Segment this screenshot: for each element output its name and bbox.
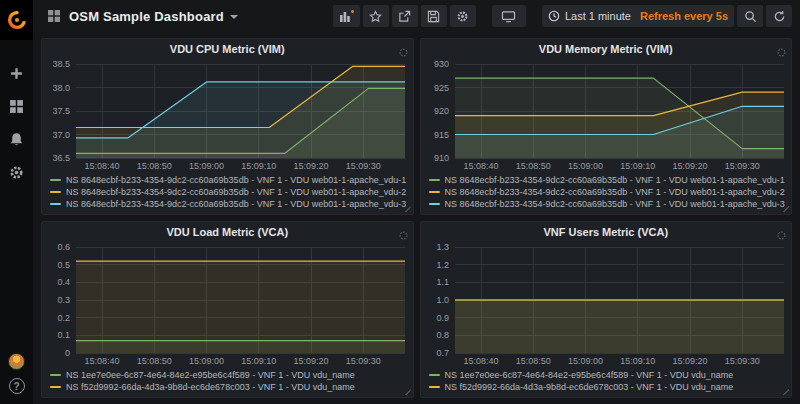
svg-text:15:09:30: 15:09:30	[346, 356, 381, 366]
legend-series-label: NS 8648ecbf-b233-4354-9dc2-cc60a69b35db …	[66, 175, 406, 185]
panel-loading-spinner	[777, 43, 786, 61]
svg-text:15:08:40: 15:08:40	[463, 356, 498, 366]
svg-text:925: 925	[433, 83, 448, 93]
chevron-down-icon	[230, 15, 238, 19]
svg-text:15:09:00: 15:09:00	[568, 356, 603, 366]
svg-text:0.5: 0.5	[57, 260, 70, 270]
top-navbar: OSM Sample Dashboard	[33, 0, 800, 32]
time-range-label: Last 1 minute	[565, 10, 631, 22]
create-plus-icon[interactable]	[6, 62, 28, 84]
panel-title[interactable]: VDU Load Metric (VCA)	[166, 226, 288, 238]
svg-text:36.5: 36.5	[52, 153, 70, 163]
time-series-chart[interactable]: 00.10.20.30.40.50.615:08:4015:08:5015:09…	[42, 242, 413, 368]
chart-legend: NS 8648ecbf-b233-4354-9dc2-cc60a69b35db …	[421, 173, 792, 214]
panel-header: VNF Users Metric (VCA)	[421, 222, 792, 242]
svg-text:15:08:40: 15:08:40	[463, 161, 498, 171]
legend-series-label: NS 1ee7e0ee-6c87-4e64-84e2-e95be6c4f589 …	[66, 370, 355, 380]
dashboard-grid: VDU CPU Metric (VIM) 36.537.037.538.038.…	[33, 32, 800, 404]
panel-title[interactable]: VDU Memory Metric (VIM)	[539, 43, 673, 55]
star-button[interactable]	[363, 5, 389, 27]
cycle-view-button[interactable]	[492, 5, 526, 27]
dashboards-grid-icon[interactable]	[6, 95, 28, 117]
svg-text:15:09:30: 15:09:30	[724, 161, 759, 171]
time-range-picker[interactable]: Last 1 minute Refresh every 5s	[542, 5, 734, 27]
dashboard-icon	[47, 9, 61, 23]
page-title: OSM Sample Dashboard	[69, 9, 224, 24]
refresh-button[interactable]	[766, 5, 792, 27]
svg-text:910: 910	[433, 153, 448, 163]
settings-button[interactable]	[450, 5, 476, 27]
svg-text:1.1: 1.1	[436, 277, 449, 287]
dashboard-title-dropdown[interactable]: OSM Sample Dashboard	[69, 9, 238, 24]
svg-text:15:09:30: 15:09:30	[724, 356, 759, 366]
legend-item[interactable]: NS 1ee7e0ee-6c87-4e64-84e2-e95be6c4f589 …	[50, 369, 407, 381]
svg-text:15:09:20: 15:09:20	[672, 161, 707, 171]
panel-loading-spinner	[399, 43, 408, 61]
svg-text:37.5: 37.5	[52, 106, 70, 116]
chart-legend: NS 1ee7e0ee-6c87-4e64-84e2-e95be6c4f589 …	[42, 368, 413, 397]
configuration-gear-icon[interactable]	[6, 161, 28, 183]
legend-item[interactable]: NS f52d9992-66da-4d3a-9b8d-ec6de678c003 …	[429, 381, 786, 393]
svg-text:15:09:00: 15:09:00	[189, 161, 224, 171]
panel-title[interactable]: VNF Users Metric (VCA)	[543, 226, 668, 238]
panel-loading-spinner	[777, 226, 786, 244]
svg-text:15:09:10: 15:09:10	[241, 161, 276, 171]
panel-vdu-memory-metric: VDU Memory Metric (VIM) 9109159209259301…	[420, 38, 793, 215]
svg-text:15:09:00: 15:09:00	[189, 356, 224, 366]
sidebar: ?	[0, 0, 33, 404]
legend-item[interactable]: NS 8648ecbf-b233-4354-9dc2-cc60a69b35db …	[50, 174, 407, 186]
chart-legend: NS 1ee7e0ee-6c87-4e64-84e2-e95be6c4f589 …	[421, 368, 792, 397]
svg-text:915: 915	[433, 130, 448, 140]
share-button[interactable]	[392, 5, 418, 27]
legend-series-swatch	[429, 386, 440, 388]
svg-text:0.3: 0.3	[57, 295, 70, 305]
svg-text:0: 0	[65, 348, 70, 358]
legend-series-label: NS 8648ecbf-b233-4354-9dc2-cc60a69b35db …	[445, 199, 785, 209]
clock-icon	[548, 10, 560, 22]
help-icon[interactable]: ?	[9, 378, 25, 394]
svg-text:920: 920	[433, 106, 448, 116]
legend-item[interactable]: NS 8648ecbf-b233-4354-9dc2-cc60a69b35db …	[429, 174, 786, 186]
legend-series-label: NS 8648ecbf-b233-4354-9dc2-cc60a69b35db …	[445, 175, 785, 185]
add-panel-button[interactable]	[333, 5, 360, 27]
legend-item[interactable]: NS 8648ecbf-b233-4354-9dc2-cc60a69b35db …	[50, 186, 407, 198]
time-series-chart[interactable]: 0.70.80.91.01.11.21.315:08:4015:08:5015:…	[421, 242, 792, 368]
zoom-out-button[interactable]	[737, 5, 763, 27]
svg-text:15:08:50: 15:08:50	[137, 161, 172, 171]
svg-text:15:09:10: 15:09:10	[620, 161, 655, 171]
panel-vnf-users-metric: VNF Users Metric (VCA) 0.70.80.91.01.11.…	[420, 221, 793, 398]
save-button[interactable]	[421, 5, 447, 27]
grafana-logo[interactable]	[0, 0, 33, 40]
svg-text:0.9: 0.9	[436, 313, 449, 323]
svg-text:0.2: 0.2	[57, 313, 70, 323]
legend-series-swatch	[429, 191, 440, 193]
user-avatar[interactable]	[8, 353, 25, 370]
svg-text:38.5: 38.5	[52, 59, 70, 69]
legend-item[interactable]: NS 8648ecbf-b233-4354-9dc2-cc60a69b35db …	[50, 198, 407, 210]
svg-text:1.3: 1.3	[436, 242, 449, 252]
svg-text:15:09:00: 15:09:00	[568, 161, 603, 171]
time-series-chart[interactable]: 36.537.037.538.038.515:08:4015:08:5015:0…	[42, 59, 413, 173]
alerting-bell-icon[interactable]	[6, 128, 28, 150]
svg-text:1.2: 1.2	[436, 260, 449, 270]
svg-text:15:08:40: 15:08:40	[85, 356, 120, 366]
panel-header: VDU Load Metric (VCA)	[42, 222, 413, 242]
legend-item[interactable]: NS f52d9992-66da-4d3a-9b8d-ec6de678c003 …	[50, 381, 407, 393]
time-series-chart[interactable]: 91091592092593015:08:4015:08:5015:09:001…	[421, 59, 792, 173]
legend-item[interactable]: NS 8648ecbf-b233-4354-9dc2-cc60a69b35db …	[429, 198, 786, 210]
legend-series-label: NS f52d9992-66da-4d3a-9b8d-ec6de678c003 …	[445, 382, 734, 392]
svg-text:0.8: 0.8	[436, 330, 449, 340]
legend-series-label: NS 8648ecbf-b233-4354-9dc2-cc60a69b35db …	[66, 187, 406, 197]
svg-text:15:08:50: 15:08:50	[515, 356, 550, 366]
legend-item[interactable]: NS 8648ecbf-b233-4354-9dc2-cc60a69b35db …	[429, 186, 786, 198]
legend-series-swatch	[50, 386, 61, 388]
panel-vdu-cpu-metric: VDU CPU Metric (VIM) 36.537.037.538.038.…	[41, 38, 414, 215]
svg-text:0.4: 0.4	[57, 277, 70, 287]
legend-series-label: NS 8648ecbf-b233-4354-9dc2-cc60a69b35db …	[66, 199, 406, 209]
svg-text:0.1: 0.1	[57, 330, 70, 340]
panel-title[interactable]: VDU CPU Metric (VIM)	[170, 43, 285, 55]
legend-series-swatch	[50, 179, 61, 181]
legend-item[interactable]: NS 1ee7e0ee-6c87-4e64-84e2-e95be6c4f589 …	[429, 369, 786, 381]
panel-vdu-load-metric: VDU Load Metric (VCA) 00.10.20.30.40.50.…	[41, 221, 414, 398]
svg-text:15:09:20: 15:09:20	[293, 161, 328, 171]
